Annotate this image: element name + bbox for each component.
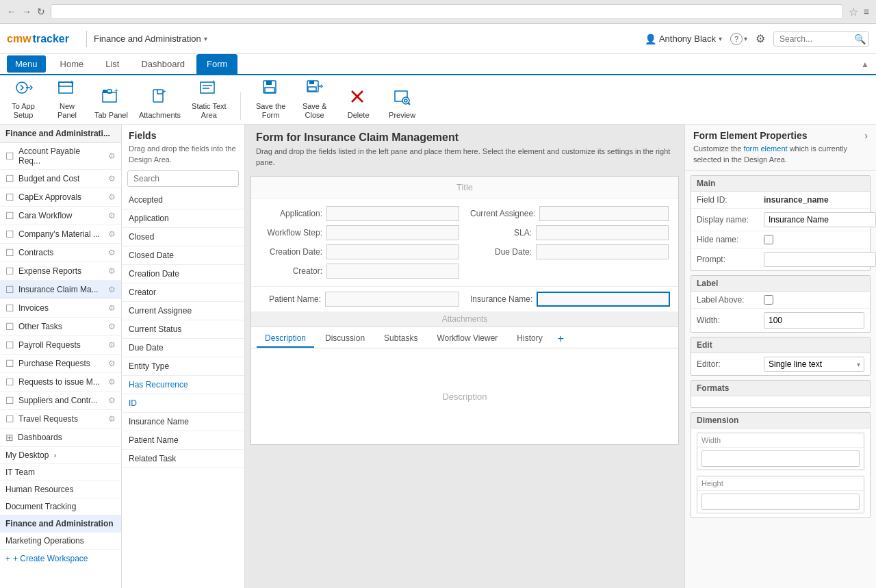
sidebar-item-cara-workflow[interactable]: ☐ Cara Workflow ⚙ — [0, 207, 121, 225]
fields-search-input[interactable] — [127, 170, 239, 187]
tab-home[interactable]: Home — [50, 54, 94, 74]
create-workspace-button[interactable]: + + Create Workspace — [0, 550, 121, 567]
field-item-creator[interactable]: Creator — [122, 283, 244, 302]
user-menu[interactable]: 👤 Anthony Black ▾ — [645, 34, 722, 44]
field-item-current-status[interactable]: Current Status — [122, 320, 244, 339]
tab-discussion[interactable]: Discussion — [317, 330, 373, 348]
refresh-button[interactable]: ↻ — [37, 6, 45, 17]
preview-button[interactable]: Preview — [386, 88, 419, 120]
forward-button[interactable]: → — [22, 6, 31, 17]
field-item-insurance-name[interactable]: Insurance Name — [122, 413, 244, 431]
height-dimension-input[interactable] — [701, 494, 860, 510]
settings-icon[interactable]: ⚙ — [756, 32, 765, 45]
bookmark-icon[interactable]: ☆ — [849, 5, 858, 18]
form-input-application[interactable] — [326, 206, 459, 221]
field-item-creation-date[interactable]: Creation Date — [122, 265, 244, 283]
sidebar-item-company-material[interactable]: ☐ Company's Material ... ⚙ — [0, 225, 121, 244]
sidebar-item-contracts[interactable]: ☐ Contracts ⚙ — [0, 244, 121, 262]
gear-icon[interactable]: ⚙ — [108, 414, 116, 424]
tab-panel-button[interactable]: + Tab Panel — [94, 88, 128, 120]
tab-subtasks[interactable]: Subtasks — [376, 330, 426, 348]
field-item-patient-name[interactable]: Patient Name — [122, 431, 244, 450]
hide-name-checkbox[interactable] — [764, 235, 773, 244]
sidebar-nav-marketing[interactable]: Marketing Operations — [0, 533, 121, 550]
sidebar-item-expense-reports[interactable]: ☐ Expense Reports ⚙ — [0, 262, 121, 281]
workspace-selector[interactable]: Finance and Administration ▾ — [94, 34, 207, 44]
gear-icon[interactable]: ⚙ — [108, 303, 116, 313]
sidebar-nav-finance-admin[interactable]: Finance and Administration — [0, 515, 121, 533]
delete-button[interactable]: Delete — [342, 88, 375, 120]
search-icon[interactable]: 🔍 — [854, 34, 866, 44]
gear-icon[interactable]: ⚙ — [108, 359, 116, 368]
gear-icon[interactable]: ⚙ — [108, 340, 116, 350]
gear-icon[interactable]: ⚙ — [108, 174, 116, 183]
sidebar-item-purchase-requests[interactable]: ☐ Purchase Requests ⚙ — [0, 355, 121, 373]
gear-icon[interactable]: ⚙ — [108, 192, 116, 202]
sidebar-nav-document-tracking[interactable]: Document Tracking — [0, 498, 121, 515]
gear-icon[interactable]: ⚙ — [108, 285, 116, 294]
form-element-link[interactable]: form element — [743, 144, 787, 153]
gear-icon[interactable]: ⚙ — [108, 322, 116, 331]
field-item-current-assignee[interactable]: Current Assignee — [122, 302, 244, 320]
sidebar-item-account-payable[interactable]: ☐ Account Payable Req... ⚙ — [0, 143, 121, 170]
url-bar[interactable] — [51, 4, 843, 19]
tab-description[interactable]: Description — [257, 330, 314, 348]
gear-icon[interactable]: ⚙ — [108, 248, 116, 257]
prompt-input[interactable] — [764, 252, 876, 267]
field-item-entity-type[interactable]: Entity Type — [122, 357, 244, 376]
sidebar-item-suppliers[interactable]: ☐ Suppliers and Contr... ⚙ — [0, 392, 121, 410]
nav-collapse-icon[interactable]: ▲ — [861, 60, 869, 69]
field-item-closed[interactable]: Closed — [122, 228, 244, 246]
field-item-application[interactable]: Application — [122, 209, 244, 228]
to-app-setup-button[interactable]: To AppSetup — [7, 79, 40, 120]
attachments-button[interactable]: + Attachments — [139, 88, 181, 120]
help-button[interactable]: ? ▾ — [730, 33, 747, 45]
form-input-creator[interactable] — [326, 264, 459, 279]
form-input-creation-date[interactable] — [326, 244, 459, 259]
field-item-has-recurrence[interactable]: Has Recurrence — [122, 376, 244, 394]
sidebar-item-budget-cost[interactable]: ☐ Budget and Cost ⚙ — [0, 170, 121, 188]
tab-dashboard[interactable]: Dashboard — [131, 54, 195, 74]
tab-workflow-viewer[interactable]: Workflow Viewer — [428, 330, 506, 348]
sidebar-item-invoices[interactable]: ☐ Invoices ⚙ — [0, 299, 121, 318]
form-input-patient-name[interactable] — [325, 292, 459, 307]
gear-icon[interactable]: ⚙ — [108, 266, 116, 276]
menu-button[interactable]: Menu — [7, 55, 46, 73]
form-input-sla[interactable] — [536, 225, 669, 240]
width-input[interactable] — [764, 314, 864, 327]
browser-menu-icon[interactable]: ≡ — [864, 6, 869, 17]
sidebar-item-travel[interactable]: ☐ Travel Requests ⚙ — [0, 410, 121, 429]
label-above-checkbox[interactable] — [764, 295, 773, 305]
gear-icon[interactable]: ⚙ — [108, 396, 116, 405]
back-button[interactable]: ← — [7, 6, 16, 17]
tab-add-button[interactable]: + — [554, 333, 568, 345]
sidebar-nav-my-desktop[interactable]: My Desktop › — [0, 447, 121, 464]
width-dimension-input[interactable] — [701, 450, 860, 467]
sidebar-item-payroll[interactable]: ☐ Payroll Requests ⚙ — [0, 336, 121, 355]
sidebar-nav-it-team[interactable]: IT Team — [0, 464, 121, 481]
gear-icon[interactable]: ⚙ — [108, 211, 116, 220]
props-expand-icon[interactable]: › — [864, 130, 868, 141]
static-text-area-button[interactable]: + Static TextArea — [192, 79, 227, 120]
tab-history[interactable]: History — [508, 330, 550, 348]
sidebar-item-requests-to-issue[interactable]: ☐ Requests to issue M... ⚙ — [0, 373, 121, 392]
field-item-due-date[interactable]: Due Date — [122, 339, 244, 357]
sidebar-nav-human-resources[interactable]: Human Resources — [0, 481, 121, 498]
sidebar-item-capex[interactable]: ☐ CapEx Approvals ⚙ — [0, 188, 121, 207]
tab-form[interactable]: Form — [196, 54, 237, 74]
tab-list[interactable]: List — [95, 54, 129, 74]
editor-select[interactable]: Single line text Multi line text — [764, 357, 864, 372]
field-item-accepted[interactable]: Accepted — [122, 191, 244, 209]
sidebar-section[interactable]: Finance and Administrati... — [0, 125, 121, 143]
field-item-related-task[interactable]: Related Task — [122, 450, 244, 468]
gear-icon[interactable]: ⚙ — [108, 229, 116, 239]
sidebar-item-dashboards[interactable]: ⊞ Dashboards — [0, 429, 121, 447]
sidebar-item-insurance-claim[interactable]: ☐ Insurance Claim Ma... ⚙ — [0, 281, 121, 299]
form-input-current-assignee[interactable] — [539, 206, 669, 221]
form-input-due-date[interactable] — [536, 244, 669, 259]
form-input-workflow-step[interactable] — [326, 225, 459, 240]
field-item-id[interactable]: ID — [122, 394, 244, 413]
gear-icon[interactable]: ⚙ — [108, 377, 116, 387]
gear-icon[interactable]: ⚙ — [108, 151, 116, 161]
new-panel-button[interactable]: + NewPanel — [51, 79, 83, 120]
